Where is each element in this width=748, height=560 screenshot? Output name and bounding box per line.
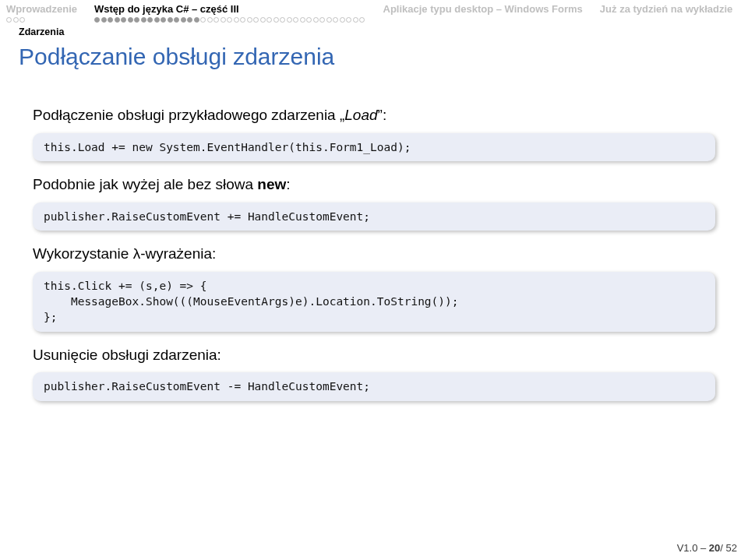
nav-dot[interactable]	[340, 17, 345, 23]
slide-content: Podłączenie obsługi przykładowego zdarze…	[0, 76, 748, 401]
nav-dot[interactable]	[280, 17, 285, 23]
nav-dot[interactable]	[240, 17, 245, 23]
nav-dot[interactable]	[326, 17, 332, 23]
nav-title-0[interactable]: Wprowadzenie	[6, 3, 77, 15]
nav-dot[interactable]	[313, 17, 319, 23]
para-3: Wykorzystanie λ-wyrażenia:	[33, 245, 715, 264]
nav-dot[interactable]	[273, 17, 279, 23]
nav-dot[interactable]	[101, 17, 107, 23]
nav-dot[interactable]	[346, 17, 351, 23]
nav-dot[interactable]	[121, 17, 126, 23]
footer-version: V1.0	[677, 542, 698, 554]
nav-dot[interactable]	[134, 17, 139, 23]
nav-dots-0	[6, 17, 77, 25]
nav-dot[interactable]	[300, 17, 305, 23]
nav-dot[interactable]	[13, 17, 19, 23]
nav-dot[interactable]	[115, 17, 120, 23]
nav-dot[interactable]	[221, 17, 226, 23]
nav-dot[interactable]	[353, 17, 358, 23]
para-2: Podobnie jak wyżej ale bez słowa new:	[33, 175, 715, 195]
nav-dot[interactable]	[253, 17, 259, 23]
nav-dot[interactable]	[306, 17, 312, 23]
nav-section-1[interactable]: Wstęp do języka C# – część III	[94, 3, 366, 25]
nav-section-3[interactable]: Już za tydzień na wykładzie	[600, 3, 733, 25]
footer-sep: –	[697, 542, 708, 554]
nav-dots-2	[383, 17, 583, 25]
code-block-3: this.Click += (s,e) => { MessageBox.Show…	[33, 272, 715, 332]
nav-dot[interactable]	[161, 17, 166, 23]
nav-dot[interactable]	[319, 17, 325, 23]
nav-dot[interactable]	[207, 17, 213, 23]
nav-dot[interactable]	[260, 17, 266, 23]
para-4: Usunięcie obsługi zdarzenia:	[33, 346, 715, 365]
nav-dot[interactable]	[200, 17, 206, 23]
nav-dot[interactable]	[154, 17, 160, 23]
nav-dot[interactable]	[266, 17, 272, 23]
nav-dot[interactable]	[333, 17, 338, 23]
nav-section-2[interactable]: Aplikacje typu desktop – Windows Forms	[383, 3, 583, 25]
nav-dot[interactable]	[174, 17, 179, 23]
nav-dot[interactable]	[227, 17, 232, 23]
nav-section-0[interactable]: Wprowadzenie	[6, 3, 77, 25]
nav-dot[interactable]	[128, 17, 133, 23]
para-2-bold: new	[257, 176, 286, 192]
footer: V1.0 – 20/ 52	[677, 542, 737, 554]
nav-dot[interactable]	[234, 17, 239, 23]
nav-dot[interactable]	[108, 17, 113, 23]
nav-dot[interactable]	[141, 17, 146, 23]
para-1-post: ”:	[378, 107, 387, 123]
nav-dots-1	[94, 17, 366, 25]
nav-dot[interactable]	[247, 17, 252, 23]
para-2-pre: Podobnie jak wyżej ale bez słowa	[33, 176, 257, 192]
nav-dot[interactable]	[19, 17, 25, 23]
para-1: Podłączenie obsługi przykładowego zdarze…	[33, 106, 715, 125]
nav-dot[interactable]	[187, 17, 192, 23]
nav-subsection: Zdarzenia	[0, 25, 748, 42]
nav-dot[interactable]	[6, 17, 12, 23]
slide-title: Podłączanie obsługi zdarzenia	[0, 42, 748, 76]
nav-dots-3	[600, 17, 733, 25]
nav-title-1[interactable]: Wstęp do języka C# – część III	[94, 3, 366, 15]
code-block-4: publisher.RaiseCustomEvent -= HandleCust…	[33, 372, 715, 400]
nav-dot[interactable]	[94, 17, 100, 23]
nav-dot[interactable]	[287, 17, 292, 23]
code-block-2: publisher.RaiseCustomEvent += HandleCust…	[33, 203, 715, 231]
code-block-1: this.Load += new System.EventHandler(thi…	[33, 133, 715, 161]
nav-dot[interactable]	[359, 17, 365, 23]
footer-total: / 52	[720, 542, 737, 554]
nav-dot[interactable]	[194, 17, 199, 23]
nav-title-2[interactable]: Aplikacje typu desktop – Windows Forms	[383, 3, 583, 15]
nav-title-3[interactable]: Już za tydzień na wykładzie	[600, 3, 733, 15]
footer-current-page: 20	[709, 542, 720, 554]
nav-dot[interactable]	[181, 17, 186, 23]
para-2-post: :	[286, 176, 290, 192]
para-1-pre: Podłączenie obsługi przykładowego zdarze…	[33, 107, 344, 123]
nav-dot[interactable]	[147, 17, 153, 23]
nav-dot[interactable]	[168, 17, 173, 23]
nav-dot[interactable]	[293, 17, 298, 23]
nav-dot[interactable]	[213, 17, 219, 23]
para-1-em: Load	[344, 107, 377, 123]
nav-sections: Wprowadzenie Wstęp do języka C# – część …	[0, 0, 748, 25]
